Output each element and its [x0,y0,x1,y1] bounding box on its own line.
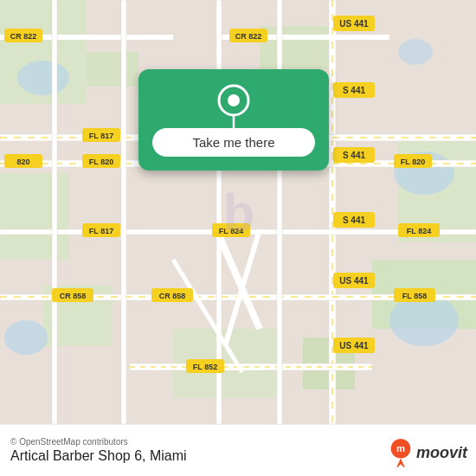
svg-text:FL 820: FL 820 [89,158,113,166]
svg-text:S 441: S 441 [343,151,366,160]
svg-rect-2 [0,173,69,260]
svg-text:CR 822: CR 822 [10,32,37,41]
svg-rect-28 [52,0,57,424]
svg-rect-31 [277,0,282,424]
svg-text:US 441: US 441 [339,19,369,29]
svg-point-13 [4,320,48,355]
svg-text:US 441: US 441 [339,276,369,286]
svg-text:FL 824: FL 824 [219,227,243,235]
svg-text:CR 858: CR 858 [60,292,87,300]
svg-text:FL 820: FL 820 [401,158,425,166]
svg-text:S 441: S 441 [343,215,366,225]
svg-text:FL 852: FL 852 [193,363,217,371]
map-view: US 441 S 441 S 441 S 441 US 441 US 441 F… [0,0,476,424]
svg-text:m: m [396,443,405,453]
moovit-label: moovit [416,444,467,462]
moovit-logo: m moovit [389,438,467,467]
svg-point-14 [398,39,433,65]
svg-text:CR 858: CR 858 [159,292,186,300]
pin-icon-wrapper [215,83,253,128]
svg-text:820: 820 [16,158,29,166]
map-pin-icon [215,83,253,128]
svg-text:FL 858: FL 858 [402,292,427,300]
take-me-there-button[interactable]: Take me there [152,128,315,157]
svg-rect-8 [87,52,138,87]
svg-text:FL 817: FL 817 [89,227,113,235]
moovit-pin-icon: m [389,438,413,467]
svg-point-10 [17,61,69,95]
svg-text:US 441: US 441 [339,341,369,351]
svg-text:FL 824: FL 824 [407,227,431,235]
location-card: Take me there [138,69,329,170]
svg-rect-29 [121,0,126,424]
svg-text:FL 817: FL 817 [89,132,113,140]
svg-rect-9 [260,26,329,69]
svg-text:S 441: S 441 [343,86,366,95]
bottom-bar: © OpenStreetMap contributors Artical Bar… [0,424,476,476]
svg-text:CR 822: CR 822 [235,32,262,41]
svg-point-74 [228,94,240,106]
